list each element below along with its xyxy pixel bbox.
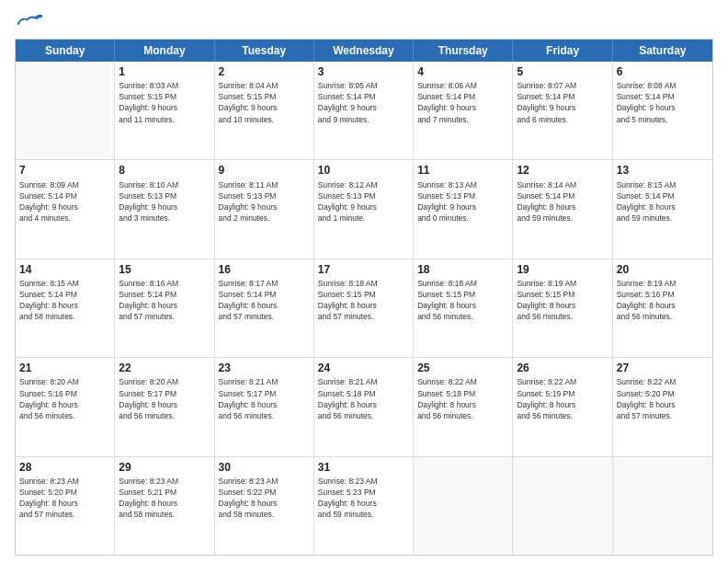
calendar-cell-0-5: 5Sunrise: 8:07 AM Sunset: 5:14 PM Daylig…: [513, 62, 612, 159]
calendar-cell-3-6: 27Sunrise: 8:22 AM Sunset: 5:20 PM Dayli…: [613, 358, 712, 455]
header: [15, 11, 713, 31]
calendar-cell-1-6: 13Sunrise: 8:15 AM Sunset: 5:14 PM Dayli…: [613, 160, 712, 258]
day-number: 21: [19, 361, 110, 375]
calendar-cell-1-0: 7Sunrise: 8:09 AM Sunset: 5:14 PM Daylig…: [16, 160, 115, 258]
day-number: 2: [219, 64, 310, 79]
day-number: 10: [318, 163, 409, 178]
day-number: 19: [517, 262, 608, 277]
header-day-monday: Monday: [115, 40, 214, 62]
calendar-body: 1Sunrise: 8:03 AM Sunset: 5:15 PM Daylig…: [16, 62, 712, 555]
day-number: 9: [219, 163, 310, 178]
cell-text: Sunrise: 8:16 AM Sunset: 5:14 PM Dayligh…: [119, 279, 178, 321]
header-day-tuesday: Tuesday: [215, 40, 314, 62]
cell-text: Sunrise: 8:14 AM Sunset: 5:14 PM Dayligh…: [517, 180, 576, 223]
day-number: 6: [617, 64, 709, 79]
calendar-cell-0-0: [16, 62, 115, 159]
cell-text: Sunrise: 8:10 AM Sunset: 5:13 PM Dayligh…: [119, 180, 178, 223]
calendar-cell-1-2: 9Sunrise: 8:11 AM Sunset: 5:13 PM Daylig…: [215, 160, 314, 258]
cell-text: Sunrise: 8:23 AM Sunset: 5:21 PM Dayligh…: [119, 477, 178, 519]
calendar-cell-2-5: 19Sunrise: 8:19 AM Sunset: 5:15 PM Dayli…: [513, 259, 612, 357]
calendar-cell-0-1: 1Sunrise: 8:03 AM Sunset: 5:15 PM Daylig…: [115, 62, 214, 159]
day-number: 24: [318, 361, 409, 375]
day-number: 13: [617, 163, 709, 178]
calendar-row-3: 21Sunrise: 8:20 AM Sunset: 5:16 PM Dayli…: [16, 358, 712, 456]
cell-text: Sunrise: 8:22 AM Sunset: 5:20 PM Dayligh…: [617, 377, 677, 419]
calendar-cell-3-2: 23Sunrise: 8:21 AM Sunset: 5:17 PM Dayli…: [215, 358, 314, 455]
cell-text: Sunrise: 8:23 AM Sunset: 5:22 PM Dayligh…: [219, 477, 279, 519]
day-number: 28: [19, 460, 110, 475]
calendar-cell-3-5: 26Sunrise: 8:22 AM Sunset: 5:19 PM Dayli…: [513, 358, 612, 455]
cell-text: Sunrise: 8:04 AM Sunset: 5:15 PM Dayligh…: [219, 81, 279, 123]
calendar-cell-2-3: 17Sunrise: 8:18 AM Sunset: 5:15 PM Dayli…: [314, 259, 414, 357]
day-number: 18: [417, 262, 508, 277]
calendar-cell-0-2: 2Sunrise: 8:04 AM Sunset: 5:15 PM Daylig…: [215, 62, 314, 159]
day-number: 8: [119, 163, 210, 178]
calendar-cell-2-4: 18Sunrise: 8:18 AM Sunset: 5:15 PM Dayli…: [414, 259, 513, 357]
day-number: 29: [119, 460, 210, 475]
calendar-cell-1-3: 10Sunrise: 8:12 AM Sunset: 5:13 PM Dayli…: [314, 160, 414, 258]
cell-text: Sunrise: 8:20 AM Sunset: 5:16 PM Dayligh…: [19, 377, 79, 419]
cell-text: Sunrise: 8:22 AM Sunset: 5:19 PM Dayligh…: [517, 377, 576, 419]
calendar-cell-2-1: 15Sunrise: 8:16 AM Sunset: 5:14 PM Dayli…: [115, 259, 214, 357]
calendar-cell-3-3: 24Sunrise: 8:21 AM Sunset: 5:18 PM Dayli…: [314, 358, 414, 455]
calendar-cell-4-3: 31Sunrise: 8:23 AM Sunset: 5:23 PM Dayli…: [314, 457, 414, 555]
header-day-friday: Friday: [513, 40, 612, 62]
day-number: 3: [318, 64, 409, 79]
calendar-cell-4-2: 30Sunrise: 8:23 AM Sunset: 5:22 PM Dayli…: [215, 457, 314, 555]
cell-text: Sunrise: 8:18 AM Sunset: 5:15 PM Dayligh…: [318, 279, 378, 321]
cell-text: Sunrise: 8:18 AM Sunset: 5:15 PM Dayligh…: [417, 279, 477, 321]
cell-text: Sunrise: 8:17 AM Sunset: 5:14 PM Dayligh…: [219, 279, 279, 321]
cell-text: Sunrise: 8:23 AM Sunset: 5:23 PM Dayligh…: [318, 477, 378, 519]
cell-text: Sunrise: 8:07 AM Sunset: 5:14 PM Dayligh…: [517, 81, 576, 123]
header-day-saturday: Saturday: [613, 40, 712, 62]
day-number: 4: [417, 64, 508, 79]
cell-text: Sunrise: 8:19 AM Sunset: 5:15 PM Dayligh…: [517, 279, 576, 321]
calendar-row-1: 7Sunrise: 8:09 AM Sunset: 5:14 PM Daylig…: [16, 160, 712, 259]
calendar-cell-3-0: 21Sunrise: 8:20 AM Sunset: 5:16 PM Dayli…: [16, 358, 115, 455]
calendar-cell-4-0: 28Sunrise: 8:23 AM Sunset: 5:20 PM Dayli…: [16, 457, 115, 555]
cell-text: Sunrise: 8:21 AM Sunset: 5:18 PM Dayligh…: [318, 377, 378, 419]
calendar-cell-4-6: [613, 457, 712, 555]
calendar-cell-3-4: 25Sunrise: 8:22 AM Sunset: 5:18 PM Dayli…: [414, 358, 513, 455]
day-number: 22: [119, 361, 210, 375]
logo: [15, 11, 46, 31]
calendar-cell-4-5: [513, 457, 612, 555]
calendar-cell-1-5: 12Sunrise: 8:14 AM Sunset: 5:14 PM Dayli…: [513, 160, 612, 258]
cell-text: Sunrise: 8:08 AM Sunset: 5:14 PM Dayligh…: [617, 81, 677, 123]
cell-text: Sunrise: 8:23 AM Sunset: 5:20 PM Dayligh…: [19, 477, 79, 519]
cell-text: Sunrise: 8:13 AM Sunset: 5:13 PM Dayligh…: [417, 180, 477, 223]
day-number: 20: [617, 262, 709, 277]
cell-text: Sunrise: 8:09 AM Sunset: 5:14 PM Dayligh…: [19, 180, 79, 223]
calendar-cell-0-4: 4Sunrise: 8:06 AM Sunset: 5:14 PM Daylig…: [414, 62, 513, 159]
day-number: 5: [517, 64, 608, 79]
cell-text: Sunrise: 8:12 AM Sunset: 5:13 PM Dayligh…: [318, 180, 378, 223]
calendar-row-0: 1Sunrise: 8:03 AM Sunset: 5:15 PM Daylig…: [16, 62, 712, 160]
cell-text: Sunrise: 8:06 AM Sunset: 5:14 PM Dayligh…: [417, 81, 477, 123]
calendar-cell-2-2: 16Sunrise: 8:17 AM Sunset: 5:14 PM Dayli…: [215, 259, 314, 357]
day-number: 16: [219, 262, 310, 277]
calendar-cell-2-0: 14Sunrise: 8:15 AM Sunset: 5:14 PM Dayli…: [16, 259, 115, 357]
day-number: 11: [417, 163, 508, 178]
cell-text: Sunrise: 8:03 AM Sunset: 5:15 PM Dayligh…: [119, 81, 178, 123]
calendar-row-2: 14Sunrise: 8:15 AM Sunset: 5:14 PM Dayli…: [16, 259, 712, 358]
calendar-cell-1-1: 8Sunrise: 8:10 AM Sunset: 5:13 PM Daylig…: [115, 160, 214, 258]
day-number: 31: [318, 460, 409, 475]
calendar-cell-3-1: 22Sunrise: 8:20 AM Sunset: 5:17 PM Dayli…: [115, 358, 214, 455]
main-container: SundayMondayTuesdayWednesdayThursdayFrid…: [0, 0, 728, 563]
calendar-cell-1-4: 11Sunrise: 8:13 AM Sunset: 5:13 PM Dayli…: [414, 160, 513, 258]
day-number: 1: [119, 64, 210, 79]
day-number: 7: [19, 163, 110, 178]
day-number: 14: [19, 262, 110, 277]
day-number: 23: [219, 361, 310, 375]
day-number: 30: [219, 460, 310, 475]
day-number: 27: [617, 361, 709, 375]
day-number: 26: [517, 361, 608, 375]
day-number: 12: [517, 163, 608, 178]
calendar-cell-0-3: 3Sunrise: 8:05 AM Sunset: 5:14 PM Daylig…: [314, 62, 414, 159]
cell-text: Sunrise: 8:11 AM Sunset: 5:13 PM Dayligh…: [219, 180, 279, 223]
header-day-thursday: Thursday: [414, 40, 513, 62]
cell-text: Sunrise: 8:20 AM Sunset: 5:17 PM Dayligh…: [119, 377, 178, 419]
header-day-sunday: Sunday: [16, 40, 115, 62]
cell-text: Sunrise: 8:15 AM Sunset: 5:14 PM Dayligh…: [19, 279, 79, 321]
cell-text: Sunrise: 8:22 AM Sunset: 5:18 PM Dayligh…: [417, 377, 477, 419]
